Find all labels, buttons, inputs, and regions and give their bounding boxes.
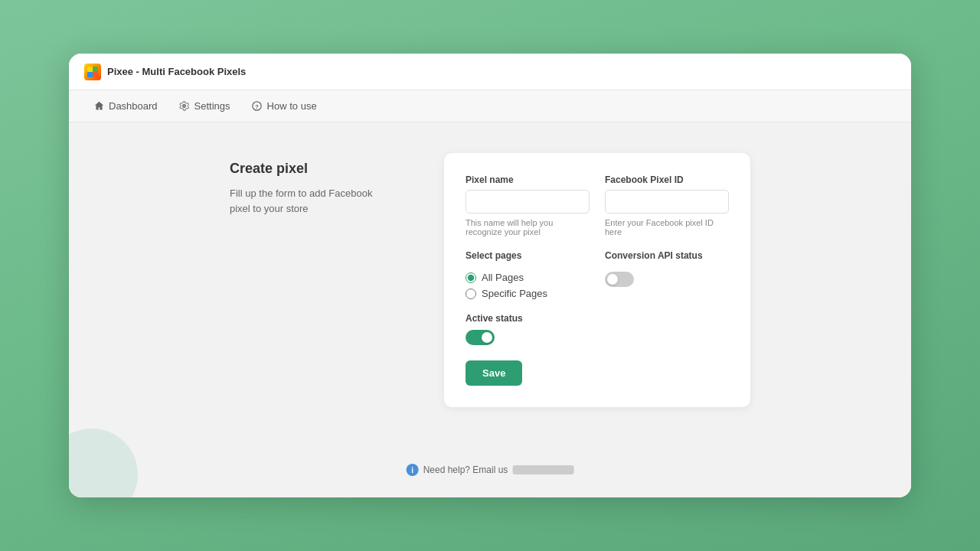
app-logo: Pixee - Multi Facebook Pixels bbox=[84, 64, 246, 80]
nav-bar: Dashboard Settings ? How to use bbox=[69, 90, 911, 122]
gear-icon bbox=[179, 101, 190, 112]
help-text: Need help? Email us bbox=[423, 465, 508, 475]
app-title: Pixee - Multi Facebook Pixels bbox=[107, 66, 246, 77]
svg-rect-2 bbox=[87, 72, 93, 77]
fb-pixel-id-input[interactable] bbox=[605, 190, 729, 214]
nav-how-to-use-label: How to use bbox=[267, 100, 317, 112]
decorative-circle bbox=[69, 429, 138, 497]
active-status-row: Active status bbox=[466, 313, 729, 345]
nav-settings-label: Settings bbox=[194, 100, 230, 112]
email-blurred bbox=[512, 465, 573, 474]
nav-dashboard-label: Dashboard bbox=[109, 100, 158, 112]
nav-item-settings[interactable]: Settings bbox=[170, 96, 240, 116]
form-group-fb-pixel-id: Facebook Pixel ID Enter your Facebook pi… bbox=[605, 174, 729, 236]
pixel-name-input[interactable] bbox=[466, 190, 590, 214]
radio-specific-pages-input[interactable] bbox=[466, 289, 476, 299]
conversion-api-slider bbox=[605, 272, 634, 287]
conversion-api-toggle[interactable] bbox=[605, 272, 634, 287]
form-group-select-pages: Select pages All Pages Specific Pages bbox=[466, 250, 590, 299]
radio-specific-pages[interactable]: Specific Pages bbox=[466, 288, 590, 299]
save-button[interactable]: Save bbox=[466, 360, 522, 386]
svg-rect-1 bbox=[93, 67, 98, 72]
form-group-conversion-api: Conversion API status bbox=[605, 250, 729, 299]
select-pages-label: Select pages bbox=[466, 250, 590, 261]
home-icon bbox=[93, 101, 104, 112]
fb-pixel-id-label: Facebook Pixel ID bbox=[605, 174, 729, 185]
svg-text:?: ? bbox=[255, 103, 259, 110]
main-content: Create pixel Fill up the form to add Fac… bbox=[69, 122, 911, 497]
footer-help: i Need help? Email us bbox=[407, 464, 574, 476]
question-icon: ? bbox=[252, 101, 263, 112]
toggle-group-conversion-api bbox=[605, 272, 729, 287]
active-status-slider bbox=[466, 330, 495, 345]
conversion-api-label: Conversion API status bbox=[605, 250, 729, 261]
pixel-name-hint: This name will help you recognize your p… bbox=[466, 218, 590, 236]
form-group-pixel-name: Pixel name This name will help you recog… bbox=[466, 174, 590, 236]
nav-item-how-to-use[interactable]: ? How to use bbox=[243, 96, 326, 116]
logo-icon bbox=[84, 64, 101, 80]
create-pixel-title: Create pixel bbox=[230, 161, 398, 177]
radio-specific-pages-label: Specific Pages bbox=[482, 288, 547, 299]
fb-pixel-id-hint: Enter your Facebook pixel ID here bbox=[605, 218, 729, 236]
left-panel: Create pixel Fill up the form to add Fac… bbox=[230, 153, 398, 216]
help-icon: i bbox=[407, 464, 419, 476]
radio-group-pages: All Pages Specific Pages bbox=[466, 272, 590, 299]
svg-rect-0 bbox=[87, 67, 93, 72]
pixel-name-label: Pixel name bbox=[466, 174, 590, 185]
app-header: Pixee - Multi Facebook Pixels bbox=[69, 54, 911, 90]
active-status-toggle[interactable] bbox=[466, 330, 495, 345]
radio-all-pages-label: All Pages bbox=[482, 272, 524, 283]
create-pixel-desc: Fill up the form to add Facebook pixel t… bbox=[230, 186, 383, 216]
nav-item-dashboard[interactable]: Dashboard bbox=[84, 96, 167, 116]
radio-all-pages[interactable]: All Pages bbox=[466, 272, 590, 283]
form-row-pixel-info: Pixel name This name will help you recog… bbox=[466, 174, 729, 236]
radio-all-pages-input[interactable] bbox=[466, 272, 476, 283]
select-pages-row: Select pages All Pages Specific Pages Co bbox=[466, 250, 729, 299]
form-card: Pixel name This name will help you recog… bbox=[444, 153, 750, 407]
active-status-label: Active status bbox=[466, 313, 729, 324]
svg-rect-3 bbox=[93, 72, 98, 77]
